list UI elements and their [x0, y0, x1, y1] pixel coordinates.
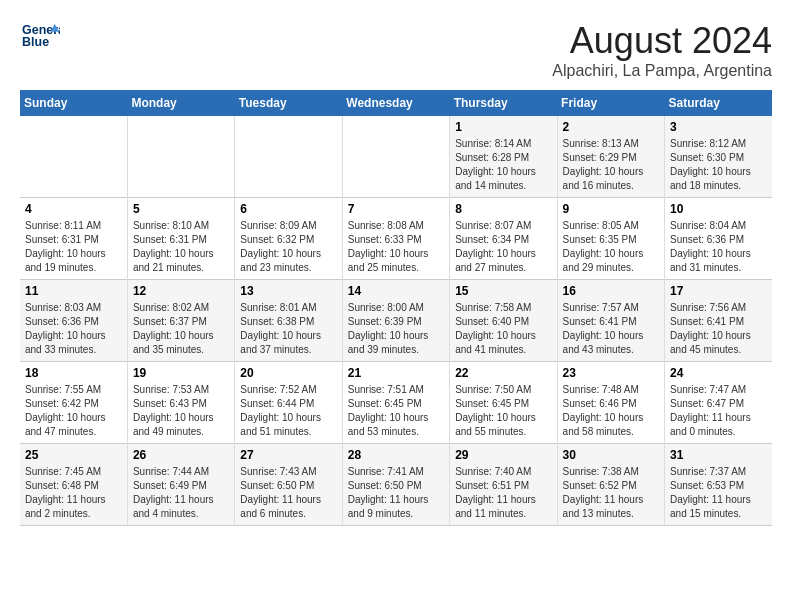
day-number-19: 19	[133, 366, 229, 380]
day-info-5: Sunrise: 8:10 AM Sunset: 6:31 PM Dayligh…	[133, 219, 229, 275]
cell-w5-d7: 31Sunrise: 7:37 AM Sunset: 6:53 PM Dayli…	[665, 444, 772, 526]
day-info-30: Sunrise: 7:38 AM Sunset: 6:52 PM Dayligh…	[563, 465, 659, 521]
week-row-5: 25Sunrise: 7:45 AM Sunset: 6:48 PM Dayli…	[20, 444, 772, 526]
cell-w1-d1	[20, 116, 127, 198]
cell-w2-d6: 9Sunrise: 8:05 AM Sunset: 6:35 PM Daylig…	[557, 198, 664, 280]
day-info-12: Sunrise: 8:02 AM Sunset: 6:37 PM Dayligh…	[133, 301, 229, 357]
day-number-22: 22	[455, 366, 551, 380]
cell-w3-d2: 12Sunrise: 8:02 AM Sunset: 6:37 PM Dayli…	[127, 280, 234, 362]
cell-w2-d7: 10Sunrise: 8:04 AM Sunset: 6:36 PM Dayli…	[665, 198, 772, 280]
day-number-2: 2	[563, 120, 659, 134]
cell-w2-d4: 7Sunrise: 8:08 AM Sunset: 6:33 PM Daylig…	[342, 198, 449, 280]
cell-w2-d2: 5Sunrise: 8:10 AM Sunset: 6:31 PM Daylig…	[127, 198, 234, 280]
calendar-header: Sunday Monday Tuesday Wednesday Thursday…	[20, 90, 772, 116]
day-number-27: 27	[240, 448, 336, 462]
cell-w2-d3: 6Sunrise: 8:09 AM Sunset: 6:32 PM Daylig…	[235, 198, 342, 280]
day-number-30: 30	[563, 448, 659, 462]
cell-w3-d5: 15Sunrise: 7:58 AM Sunset: 6:40 PM Dayli…	[450, 280, 557, 362]
day-info-18: Sunrise: 7:55 AM Sunset: 6:42 PM Dayligh…	[25, 383, 122, 439]
title-block: August 2024 Alpachiri, La Pampa, Argenti…	[552, 20, 772, 80]
day-info-6: Sunrise: 8:09 AM Sunset: 6:32 PM Dayligh…	[240, 219, 336, 275]
location: Alpachiri, La Pampa, Argentina	[552, 62, 772, 80]
cell-w1-d3	[235, 116, 342, 198]
cell-w3-d1: 11Sunrise: 8:03 AM Sunset: 6:36 PM Dayli…	[20, 280, 127, 362]
cell-w1-d7: 3Sunrise: 8:12 AM Sunset: 6:30 PM Daylig…	[665, 116, 772, 198]
day-number-18: 18	[25, 366, 122, 380]
day-info-7: Sunrise: 8:08 AM Sunset: 6:33 PM Dayligh…	[348, 219, 444, 275]
day-number-26: 26	[133, 448, 229, 462]
cell-w4-d3: 20Sunrise: 7:52 AM Sunset: 6:44 PM Dayli…	[235, 362, 342, 444]
day-info-16: Sunrise: 7:57 AM Sunset: 6:41 PM Dayligh…	[563, 301, 659, 357]
day-number-29: 29	[455, 448, 551, 462]
month-year: August 2024	[552, 20, 772, 62]
cell-w1-d6: 2Sunrise: 8:13 AM Sunset: 6:29 PM Daylig…	[557, 116, 664, 198]
week-row-2: 4Sunrise: 8:11 AM Sunset: 6:31 PM Daylig…	[20, 198, 772, 280]
day-info-9: Sunrise: 8:05 AM Sunset: 6:35 PM Dayligh…	[563, 219, 659, 275]
day-info-17: Sunrise: 7:56 AM Sunset: 6:41 PM Dayligh…	[670, 301, 767, 357]
day-info-8: Sunrise: 8:07 AM Sunset: 6:34 PM Dayligh…	[455, 219, 551, 275]
day-info-11: Sunrise: 8:03 AM Sunset: 6:36 PM Dayligh…	[25, 301, 122, 357]
cell-w3-d3: 13Sunrise: 8:01 AM Sunset: 6:38 PM Dayli…	[235, 280, 342, 362]
day-info-28: Sunrise: 7:41 AM Sunset: 6:50 PM Dayligh…	[348, 465, 444, 521]
day-info-22: Sunrise: 7:50 AM Sunset: 6:45 PM Dayligh…	[455, 383, 551, 439]
day-number-10: 10	[670, 202, 767, 216]
day-info-1: Sunrise: 8:14 AM Sunset: 6:28 PM Dayligh…	[455, 137, 551, 193]
day-info-23: Sunrise: 7:48 AM Sunset: 6:46 PM Dayligh…	[563, 383, 659, 439]
logo-icon: General Blue	[20, 20, 60, 55]
cell-w5-d5: 29Sunrise: 7:40 AM Sunset: 6:51 PM Dayli…	[450, 444, 557, 526]
week-row-3: 11Sunrise: 8:03 AM Sunset: 6:36 PM Dayli…	[20, 280, 772, 362]
day-info-26: Sunrise: 7:44 AM Sunset: 6:49 PM Dayligh…	[133, 465, 229, 521]
day-number-31: 31	[670, 448, 767, 462]
cell-w5-d4: 28Sunrise: 7:41 AM Sunset: 6:50 PM Dayli…	[342, 444, 449, 526]
day-info-21: Sunrise: 7:51 AM Sunset: 6:45 PM Dayligh…	[348, 383, 444, 439]
day-number-3: 3	[670, 120, 767, 134]
calendar-table: Sunday Monday Tuesday Wednesday Thursday…	[20, 90, 772, 526]
cell-w4-d2: 19Sunrise: 7:53 AM Sunset: 6:43 PM Dayli…	[127, 362, 234, 444]
day-number-7: 7	[348, 202, 444, 216]
day-info-25: Sunrise: 7:45 AM Sunset: 6:48 PM Dayligh…	[25, 465, 122, 521]
header-saturday: Saturday	[665, 90, 772, 116]
day-number-15: 15	[455, 284, 551, 298]
day-number-24: 24	[670, 366, 767, 380]
header-wednesday: Wednesday	[342, 90, 449, 116]
day-info-29: Sunrise: 7:40 AM Sunset: 6:51 PM Dayligh…	[455, 465, 551, 521]
day-number-21: 21	[348, 366, 444, 380]
day-info-20: Sunrise: 7:52 AM Sunset: 6:44 PM Dayligh…	[240, 383, 336, 439]
cell-w3-d6: 16Sunrise: 7:57 AM Sunset: 6:41 PM Dayli…	[557, 280, 664, 362]
cell-w5-d2: 26Sunrise: 7:44 AM Sunset: 6:49 PM Dayli…	[127, 444, 234, 526]
day-number-6: 6	[240, 202, 336, 216]
week-row-1: 1Sunrise: 8:14 AM Sunset: 6:28 PM Daylig…	[20, 116, 772, 198]
day-info-14: Sunrise: 8:00 AM Sunset: 6:39 PM Dayligh…	[348, 301, 444, 357]
day-number-9: 9	[563, 202, 659, 216]
cell-w4-d1: 18Sunrise: 7:55 AM Sunset: 6:42 PM Dayli…	[20, 362, 127, 444]
day-number-23: 23	[563, 366, 659, 380]
day-info-10: Sunrise: 8:04 AM Sunset: 6:36 PM Dayligh…	[670, 219, 767, 275]
header-monday: Monday	[127, 90, 234, 116]
day-number-4: 4	[25, 202, 122, 216]
cell-w3-d4: 14Sunrise: 8:00 AM Sunset: 6:39 PM Dayli…	[342, 280, 449, 362]
cell-w1-d2	[127, 116, 234, 198]
day-number-5: 5	[133, 202, 229, 216]
day-number-11: 11	[25, 284, 122, 298]
header-thursday: Thursday	[450, 90, 557, 116]
day-number-17: 17	[670, 284, 767, 298]
cell-w4-d4: 21Sunrise: 7:51 AM Sunset: 6:45 PM Dayli…	[342, 362, 449, 444]
day-number-8: 8	[455, 202, 551, 216]
day-info-27: Sunrise: 7:43 AM Sunset: 6:50 PM Dayligh…	[240, 465, 336, 521]
day-info-4: Sunrise: 8:11 AM Sunset: 6:31 PM Dayligh…	[25, 219, 122, 275]
day-info-13: Sunrise: 8:01 AM Sunset: 6:38 PM Dayligh…	[240, 301, 336, 357]
day-number-12: 12	[133, 284, 229, 298]
calendar-body: 1Sunrise: 8:14 AM Sunset: 6:28 PM Daylig…	[20, 116, 772, 526]
cell-w5-d1: 25Sunrise: 7:45 AM Sunset: 6:48 PM Dayli…	[20, 444, 127, 526]
day-info-2: Sunrise: 8:13 AM Sunset: 6:29 PM Dayligh…	[563, 137, 659, 193]
cell-w5-d3: 27Sunrise: 7:43 AM Sunset: 6:50 PM Dayli…	[235, 444, 342, 526]
day-number-16: 16	[563, 284, 659, 298]
cell-w4-d7: 24Sunrise: 7:47 AM Sunset: 6:47 PM Dayli…	[665, 362, 772, 444]
header-friday: Friday	[557, 90, 664, 116]
day-number-1: 1	[455, 120, 551, 134]
day-number-20: 20	[240, 366, 336, 380]
svg-text:Blue: Blue	[22, 35, 49, 49]
cell-w2-d1: 4Sunrise: 8:11 AM Sunset: 6:31 PM Daylig…	[20, 198, 127, 280]
day-number-28: 28	[348, 448, 444, 462]
cell-w4-d6: 23Sunrise: 7:48 AM Sunset: 6:46 PM Dayli…	[557, 362, 664, 444]
